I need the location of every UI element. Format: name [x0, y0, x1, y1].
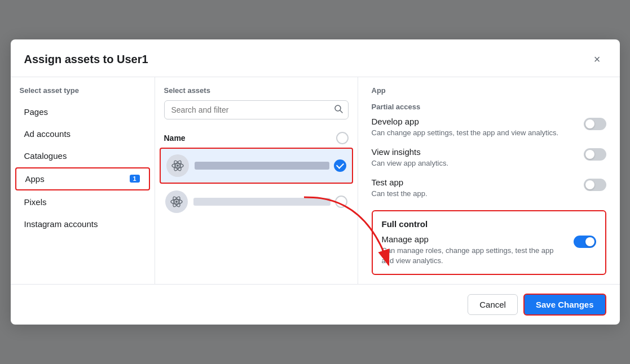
toggle-insights[interactable]: [584, 148, 606, 161]
permission-desc-test: Can test the app.: [372, 189, 577, 199]
permission-row-develop: Develop app Can change app settings, tes…: [372, 117, 606, 138]
app-name-1: [195, 162, 329, 170]
toggle-develop[interactable]: [584, 118, 606, 130]
permission-desc-manage: Can manage roles, change app settings, t…: [382, 246, 567, 266]
sidebar-item-ad-accounts[interactable]: Ad accounts: [15, 123, 150, 144]
asset-type-header: Select asset type: [11, 86, 155, 101]
sidebar-item-label: Pages: [24, 107, 49, 117]
asset-row-1[interactable]: [160, 148, 353, 184]
app-icon-1: [166, 154, 189, 177]
save-button[interactable]: Save Changes: [523, 294, 606, 316]
permission-desc-insights: Can view app analytics.: [372, 158, 577, 168]
asset-row-2[interactable]: [160, 185, 353, 219]
sidebar-item-catalogues[interactable]: Catalogues: [15, 145, 150, 166]
full-control-section: Full control Manage app Can manage roles…: [372, 210, 606, 275]
app-name-2: [193, 198, 331, 206]
name-column-header: Name: [164, 134, 186, 143]
select-assets-header: Select assets: [155, 86, 358, 126]
permission-name-insights: View insights: [372, 147, 577, 157]
permission-row-insights: View insights Can view app analytics.: [372, 147, 606, 168]
svg-point-9: [175, 201, 178, 203]
modal-title: Assign assets to User1: [24, 53, 148, 66]
permission-row-manage: Manage app Can manage roles, change app …: [382, 234, 596, 266]
permission-name-manage: Manage app: [382, 234, 567, 244]
app-check-2[interactable]: [335, 196, 347, 208]
permission-name-develop: Develop app: [372, 117, 577, 126]
app-icon-2: [165, 190, 188, 213]
sidebar-item-label: Ad accounts: [24, 129, 71, 139]
app-settings-column: App Partial access Develop app Can chang…: [358, 77, 620, 285]
asset-type-column: Select asset type Pages Ad accounts Cata…: [11, 77, 155, 285]
permission-desc-develop: Can change app settings, test the app an…: [372, 128, 577, 138]
sidebar-item-instagram[interactable]: Instagram accounts: [15, 214, 150, 234]
modal-body: Select asset type Pages Ad accounts Cata…: [11, 77, 620, 285]
sidebar-item-label: Apps: [25, 174, 45, 184]
permission-name-test: Test app: [372, 177, 577, 187]
app-check-1[interactable]: [334, 159, 346, 172]
permission-row-test: Test app Can test the app.: [372, 177, 606, 199]
sidebar-item-pixels[interactable]: Pixels: [15, 192, 150, 212]
select-assets-column: Select assets Name: [155, 77, 358, 285]
assign-assets-modal: Assign assets to User1 × Select asset ty…: [11, 39, 620, 325]
sidebar-item-label: Pixels: [24, 197, 47, 207]
full-control-label: Full control: [382, 219, 596, 229]
close-button[interactable]: ×: [588, 51, 606, 69]
app-settings-title: App: [372, 86, 606, 95]
svg-point-5: [177, 165, 179, 167]
modal-header: Assign assets to User1 ×: [11, 39, 620, 77]
search-input[interactable]: [164, 100, 349, 119]
sidebar-item-apps[interactable]: Apps 1: [15, 167, 150, 190]
sidebar-item-label: Instagram accounts: [24, 219, 98, 229]
select-all-check[interactable]: [336, 132, 349, 144]
sidebar-item-label: Catalogues: [24, 151, 67, 161]
toggle-manage[interactable]: [574, 236, 596, 248]
assets-list-header: Name: [155, 126, 358, 148]
partial-access-label: Partial access: [372, 103, 606, 111]
select-assets-title: Select assets: [164, 86, 349, 95]
assets-list: [155, 148, 358, 276]
modal-footer: Cancel Save Changes: [11, 284, 620, 325]
sidebar-item-pages[interactable]: Pages: [15, 101, 150, 122]
apps-badge: 1: [130, 175, 140, 183]
toggle-test[interactable]: [584, 179, 606, 191]
search-box: [164, 100, 349, 119]
cancel-button[interactable]: Cancel: [468, 294, 518, 315]
